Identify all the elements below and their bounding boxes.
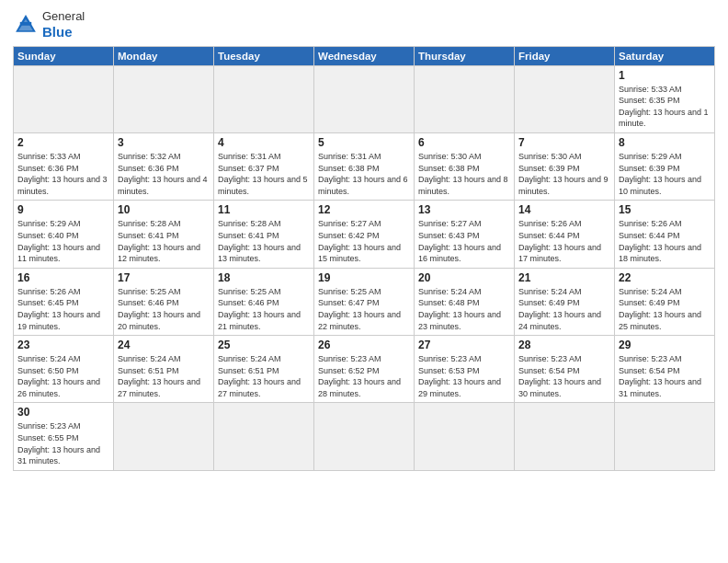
day-cell: 13Sunrise: 5:27 AM Sunset: 6:43 PM Dayli… [415,201,515,268]
day-cell: 10Sunrise: 5:28 AM Sunset: 6:41 PM Dayli… [114,201,214,268]
day-number: 19 [318,271,410,284]
day-cell [214,403,314,470]
day-cell: 26Sunrise: 5:23 AM Sunset: 6:52 PM Dayli… [314,336,415,403]
day-number: 3 [118,136,210,149]
day-number: 10 [118,203,210,216]
day-number: 24 [118,339,210,351]
day-cell: 21Sunrise: 5:24 AM Sunset: 6:49 PM Dayli… [515,268,615,335]
svg-rect-2 [20,22,31,26]
day-cell: 1Sunrise: 5:33 AM Sunset: 6:35 PM Daylig… [615,65,715,132]
day-info: Sunrise: 5:25 AM Sunset: 6:46 PM Dayligh… [118,286,210,332]
day-number: 30 [17,406,109,419]
logo-icon [13,12,39,38]
day-info: Sunrise: 5:33 AM Sunset: 6:35 PM Dayligh… [619,84,711,130]
day-cell [615,403,715,470]
day-cell [214,65,314,132]
day-info: Sunrise: 5:24 AM Sunset: 6:50 PM Dayligh… [17,353,109,399]
logo-text: General Blue [42,9,85,40]
day-info: Sunrise: 5:25 AM Sunset: 6:46 PM Dayligh… [218,286,310,332]
day-cell [114,403,214,470]
day-number: 21 [518,271,610,284]
day-info: Sunrise: 5:24 AM Sunset: 6:51 PM Dayligh… [118,353,210,399]
day-number: 16 [17,271,109,284]
day-cell: 22Sunrise: 5:24 AM Sunset: 6:49 PM Dayli… [615,268,715,335]
day-info: Sunrise: 5:30 AM Sunset: 6:38 PM Dayligh… [418,151,510,197]
day-cell [515,403,615,470]
week-row-2: 2Sunrise: 5:33 AM Sunset: 6:36 PM Daylig… [14,132,715,200]
day-cell [515,65,615,132]
day-info: Sunrise: 5:32 AM Sunset: 6:36 PM Dayligh… [118,151,210,197]
day-cell: 20Sunrise: 5:24 AM Sunset: 6:48 PM Dayli… [415,268,515,335]
day-number: 12 [318,203,410,216]
day-cell: 27Sunrise: 5:23 AM Sunset: 6:53 PM Dayli… [415,336,515,403]
day-info: Sunrise: 5:24 AM Sunset: 6:49 PM Dayligh… [518,286,610,332]
day-cell: 5Sunrise: 5:31 AM Sunset: 6:38 PM Daylig… [314,132,415,200]
day-info: Sunrise: 5:27 AM Sunset: 6:42 PM Dayligh… [318,218,410,264]
day-cell: 9Sunrise: 5:29 AM Sunset: 6:40 PM Daylig… [14,201,114,268]
day-info: Sunrise: 5:24 AM Sunset: 6:48 PM Dayligh… [418,286,510,332]
day-info: Sunrise: 5:24 AM Sunset: 6:51 PM Dayligh… [218,353,310,399]
header: General Blue [13,9,715,40]
day-cell: 23Sunrise: 5:24 AM Sunset: 6:50 PM Dayli… [14,336,114,403]
day-cell: 12Sunrise: 5:27 AM Sunset: 6:42 PM Dayli… [314,201,415,268]
day-number: 23 [17,339,109,351]
day-header-saturday: Saturday [615,46,715,65]
day-cell: 15Sunrise: 5:26 AM Sunset: 6:44 PM Dayli… [615,201,715,268]
day-number: 7 [518,136,610,149]
day-number: 28 [518,339,610,351]
day-cell: 18Sunrise: 5:25 AM Sunset: 6:46 PM Dayli… [214,268,314,335]
day-number: 26 [318,339,410,351]
day-info: Sunrise: 5:24 AM Sunset: 6:49 PM Dayligh… [619,286,711,332]
day-info: Sunrise: 5:29 AM Sunset: 6:39 PM Dayligh… [619,151,711,197]
day-number: 8 [619,136,711,149]
day-number: 25 [218,339,310,351]
day-number: 14 [518,203,610,216]
day-info: Sunrise: 5:33 AM Sunset: 6:36 PM Dayligh… [17,151,109,197]
day-number: 22 [619,271,711,284]
day-cell [114,65,214,132]
day-number: 18 [218,271,310,284]
day-number: 27 [418,339,510,351]
day-number: 11 [218,203,310,216]
calendar-table: SundayMondayTuesdayWednesdayThursdayFrid… [13,46,715,471]
day-info: Sunrise: 5:26 AM Sunset: 6:44 PM Dayligh… [518,218,610,264]
week-row-5: 23Sunrise: 5:24 AM Sunset: 6:50 PM Dayli… [14,336,715,403]
day-cell: 11Sunrise: 5:28 AM Sunset: 6:41 PM Dayli… [214,201,314,268]
page-container: General Blue SundayMondayTuesdayWednesda… [0,0,728,477]
week-row-3: 9Sunrise: 5:29 AM Sunset: 6:40 PM Daylig… [14,201,715,268]
day-cell [314,65,415,132]
day-header-friday: Friday [515,46,615,65]
day-number: 4 [218,136,310,149]
day-info: Sunrise: 5:31 AM Sunset: 6:37 PM Dayligh… [218,151,310,197]
day-cell: 29Sunrise: 5:23 AM Sunset: 6:54 PM Dayli… [615,336,715,403]
calendar-body: 1Sunrise: 5:33 AM Sunset: 6:35 PM Daylig… [14,65,715,470]
calendar-header-row: SundayMondayTuesdayWednesdayThursdayFrid… [14,46,715,65]
day-cell: 30Sunrise: 5:23 AM Sunset: 6:55 PM Dayli… [14,403,114,470]
day-cell: 7Sunrise: 5:30 AM Sunset: 6:39 PM Daylig… [515,132,615,200]
day-info: Sunrise: 5:27 AM Sunset: 6:43 PM Dayligh… [418,218,510,264]
day-cell: 2Sunrise: 5:33 AM Sunset: 6:36 PM Daylig… [14,132,114,200]
week-row-6: 30Sunrise: 5:23 AM Sunset: 6:55 PM Dayli… [14,403,715,470]
day-number: 29 [619,339,711,351]
day-number: 1 [619,69,711,82]
day-cell: 19Sunrise: 5:25 AM Sunset: 6:47 PM Dayli… [314,268,415,335]
day-info: Sunrise: 5:25 AM Sunset: 6:47 PM Dayligh… [318,286,410,332]
day-info: Sunrise: 5:23 AM Sunset: 6:53 PM Dayligh… [418,353,510,399]
day-info: Sunrise: 5:29 AM Sunset: 6:40 PM Dayligh… [17,218,109,264]
day-header-sunday: Sunday [14,46,114,65]
day-number: 17 [118,271,210,284]
day-cell: 6Sunrise: 5:30 AM Sunset: 6:38 PM Daylig… [415,132,515,200]
day-number: 20 [418,271,510,284]
day-cell: 8Sunrise: 5:29 AM Sunset: 6:39 PM Daylig… [615,132,715,200]
day-info: Sunrise: 5:23 AM Sunset: 6:52 PM Dayligh… [318,353,410,399]
day-info: Sunrise: 5:28 AM Sunset: 6:41 PM Dayligh… [118,218,210,264]
week-row-1: 1Sunrise: 5:33 AM Sunset: 6:35 PM Daylig… [14,65,715,132]
day-number: 2 [17,136,109,149]
day-cell [415,65,515,132]
day-cell: 16Sunrise: 5:26 AM Sunset: 6:45 PM Dayli… [14,268,114,335]
day-cell: 25Sunrise: 5:24 AM Sunset: 6:51 PM Dayli… [214,336,314,403]
day-header-tuesday: Tuesday [214,46,314,65]
day-info: Sunrise: 5:23 AM Sunset: 6:55 PM Dayligh… [17,420,109,466]
day-info: Sunrise: 5:26 AM Sunset: 6:44 PM Dayligh… [619,218,711,264]
day-number: 9 [17,203,109,216]
